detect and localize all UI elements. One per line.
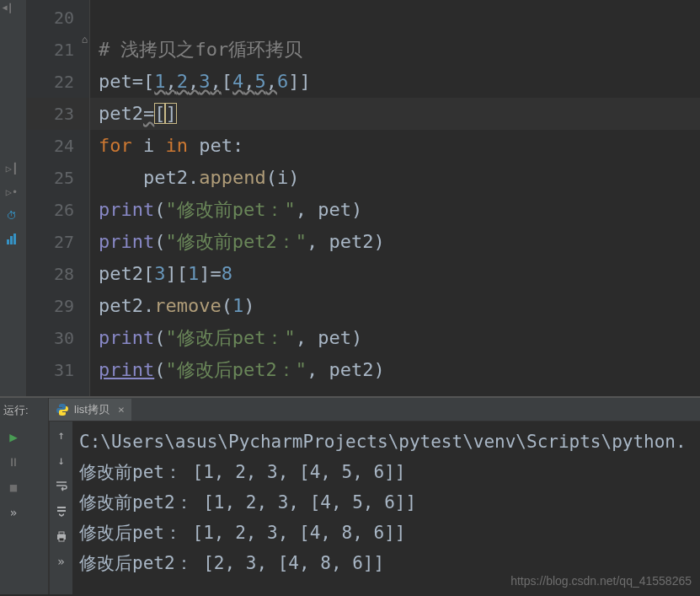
run-tab-bar: list拷贝 × <box>49 398 700 421</box>
svg-rect-2 <box>13 234 16 244</box>
rerun-button[interactable]: ▶ <box>5 428 22 445</box>
pause-button[interactable]: ⏸ <box>5 454 22 470</box>
debug-context-icon[interactable]: ▷• <box>3 184 20 201</box>
line-number[interactable]: 29 <box>27 290 89 322</box>
watermark-text: https://blog.csdn.net/qq_41558265 <box>510 574 692 588</box>
code-line[interactable]: pet2.append(i) <box>90 162 700 194</box>
run-label: 运行: <box>0 398 48 423</box>
line-number[interactable]: 24 <box>27 130 89 162</box>
profiler-icon[interactable] <box>3 231 20 248</box>
code-line[interactable] <box>90 2 700 34</box>
code-editor[interactable]: # 浅拷贝之for循环拷贝pet=[1,2,3,[4,5,6]]pet2=[]f… <box>90 0 700 396</box>
line-number[interactable]: 23 <box>27 98 89 130</box>
print-icon[interactable] <box>53 528 70 545</box>
line-number[interactable]: 30 <box>27 322 89 354</box>
console-toolbar: ↑ ↓ » <box>49 421 72 594</box>
run-tab-active[interactable]: list拷贝 × <box>49 399 131 421</box>
code-line[interactable]: print("修改后pet2：", pet2) <box>90 354 700 386</box>
code-line[interactable]: pet2=[] <box>90 98 700 130</box>
output-line: 修改后pet： [1, 2, 3, [4, 8, 6]] <box>79 518 693 548</box>
expand-button[interactable]: » <box>5 504 22 521</box>
code-line[interactable]: pet2[3][1]=8 <box>90 258 700 290</box>
line-number[interactable]: 31 <box>27 354 89 386</box>
run-context-icon[interactable]: ▷┃ <box>3 160 20 177</box>
editor-area: ▼┃ ▷┃ ▷• ⏱ ⌂ 202122232425262728293031 # … <box>0 0 700 396</box>
code-line[interactable]: # 浅拷贝之for循环拷贝 <box>90 34 700 66</box>
code-line[interactable]: pet2.remove(1) <box>90 290 700 322</box>
up-stack-icon[interactable]: ↑ <box>53 427 70 443</box>
run-tab-label: list拷贝 <box>74 402 110 417</box>
line-number[interactable]: 26 <box>27 194 89 226</box>
soft-wrap-icon[interactable] <box>53 477 70 494</box>
project-sidebar: ▼┃ ▷┃ ▷• ⏱ <box>0 0 27 396</box>
scroll-end-icon[interactable] <box>53 502 70 519</box>
fold-collapse-icon[interactable]: ▼┃ <box>3 3 13 13</box>
run-tool-label-col: 运行: ▶ ⏸ ■ » <box>0 398 49 594</box>
fold-toggle-icon[interactable]: ⌂ <box>82 34 88 46</box>
python-file-icon <box>56 403 69 416</box>
code-line[interactable]: print("修改前pet：", pet) <box>90 194 700 226</box>
recent-run-icon[interactable]: ⏱ <box>3 207 20 224</box>
svg-rect-5 <box>59 538 64 541</box>
svg-rect-1 <box>10 236 13 244</box>
console-output[interactable]: C:\Users\asus\PycharmProjects\pytest\ven… <box>72 421 700 594</box>
down-stack-icon[interactable]: ↓ <box>53 452 70 469</box>
gutter: ⌂ 202122232425262728293031 <box>27 0 90 396</box>
output-line: 修改前pet2： [1, 2, 3, [4, 5, 6]] <box>79 487 693 518</box>
line-number[interactable]: 25 <box>27 162 89 194</box>
output-line: C:\Users\asus\PycharmProjects\pytest\ven… <box>79 427 693 457</box>
code-line[interactable]: print("修改后pet：", pet) <box>90 322 700 354</box>
line-number[interactable]: 22 <box>27 66 89 98</box>
output-line: 修改前pet： [1, 2, 3, [4, 5, 6]] <box>79 457 693 487</box>
code-line[interactable]: pet=[1,2,3,[4,5,6]] <box>90 66 700 98</box>
line-number[interactable]: 21 <box>27 34 89 66</box>
code-line[interactable]: for i in pet: <box>90 130 700 162</box>
code-line[interactable]: print("修改前pet2：", pet2) <box>90 226 700 258</box>
run-panel: 运行: ▶ ⏸ ■ » list拷贝 × ↑ ↓ <box>0 398 700 594</box>
stop-button[interactable]: ■ <box>5 479 22 496</box>
line-number[interactable]: 27 <box>27 226 89 258</box>
close-tab-icon[interactable]: × <box>118 403 125 416</box>
svg-rect-4 <box>59 532 64 534</box>
more-icon[interactable]: » <box>53 553 70 570</box>
svg-rect-0 <box>7 239 9 244</box>
line-number[interactable]: 20 <box>27 2 89 34</box>
line-number[interactable]: 28 <box>27 258 89 290</box>
